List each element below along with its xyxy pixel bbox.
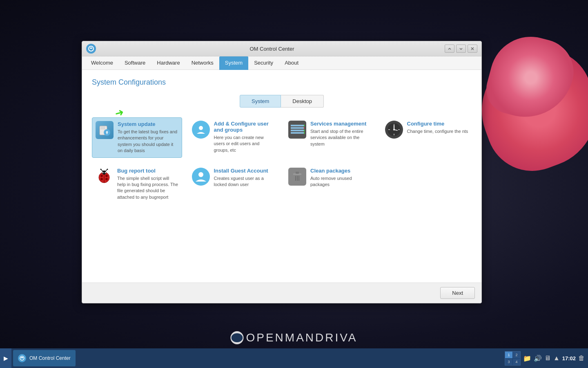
bottom-bar: Next bbox=[82, 283, 481, 303]
page-title: System Configurations bbox=[92, 78, 472, 87]
window-controls bbox=[445, 45, 477, 53]
workspace-4[interactable]: 4 bbox=[513, 359, 520, 365]
svg-point-39 bbox=[102, 172, 104, 173]
taskbar-trash-icon[interactable]: 🗑 bbox=[578, 355, 585, 362]
tab-networks[interactable]: Networks bbox=[186, 56, 219, 70]
list-item[interactable]: Clean packages Auto remove unused packag… bbox=[285, 164, 375, 204]
svg-rect-17 bbox=[304, 132, 305, 134]
tab-software[interactable]: Software bbox=[119, 56, 151, 70]
user-config-text: Add & Configure user and groups Here you… bbox=[214, 121, 276, 153]
guest-account-text: Install Guest Account Creates xguest use… bbox=[214, 168, 276, 188]
svg-rect-13 bbox=[291, 132, 304, 134]
list-item[interactable]: Install Guest Account Creates xguest use… bbox=[189, 164, 279, 204]
taskbar: ▶ OM Control Center 1 2 3 4 📁 🔊 🖥 ▲ 17:0… bbox=[0, 348, 588, 368]
services-desc: Start and stop of the entire services av… bbox=[310, 128, 372, 147]
taskbar-app-icon bbox=[18, 354, 26, 362]
svg-point-30 bbox=[100, 175, 103, 177]
workspace-3[interactable]: 3 bbox=[505, 359, 512, 365]
configure-time-title: Configure time bbox=[407, 121, 469, 127]
main-window: OM Control Center Welcome Software Hardw… bbox=[82, 41, 482, 303]
subtabs-container: System Desktop bbox=[92, 95, 472, 108]
menubar: Welcome Software Hardware Networks Syste… bbox=[82, 56, 481, 70]
network-icon[interactable]: 🖥 bbox=[544, 355, 551, 362]
svg-point-42 bbox=[198, 172, 203, 177]
taskbar-time: 17:02 bbox=[562, 355, 576, 361]
tab-hardware[interactable]: Hardware bbox=[151, 56, 185, 70]
clean-packages-title: Clean packages bbox=[310, 168, 372, 174]
bug-report-title: Bug report tool bbox=[117, 168, 179, 174]
list-item[interactable]: Services management Start and stop of th… bbox=[285, 117, 375, 158]
svg-point-38 bbox=[107, 168, 108, 170]
tab-system[interactable]: System bbox=[219, 56, 248, 70]
svg-point-37 bbox=[100, 168, 102, 170]
subtab-system[interactable]: System bbox=[240, 95, 281, 108]
svg-rect-5 bbox=[100, 128, 105, 129]
services-text: Services management Start and stop of th… bbox=[310, 121, 372, 147]
bug-report-icon bbox=[95, 168, 113, 186]
guest-account-desc: Creates xguest user as a locked down use… bbox=[214, 175, 276, 188]
maximize-button[interactable] bbox=[456, 45, 466, 53]
tab-about[interactable]: About bbox=[279, 56, 304, 70]
files-icon[interactable]: 📁 bbox=[523, 355, 531, 362]
workspace-1[interactable]: 1 bbox=[505, 352, 512, 358]
svg-rect-16 bbox=[304, 130, 305, 131]
svg-rect-10 bbox=[291, 125, 304, 126]
svg-point-33 bbox=[105, 178, 108, 180]
workspace-switcher[interactable]: 1 2 3 4 bbox=[505, 351, 521, 366]
volume-icon[interactable]: 🔊 bbox=[534, 355, 542, 362]
notifications-icon[interactable]: ▲ bbox=[553, 355, 560, 362]
om-logo: OpenMandriva bbox=[230, 331, 357, 344]
guest-account-title: Install Guest Account bbox=[214, 168, 276, 174]
close-button[interactable] bbox=[468, 45, 477, 53]
minimize-button[interactable] bbox=[445, 45, 454, 53]
bug-report-desc: The simple shell script will help in bug… bbox=[117, 175, 179, 201]
svg-point-8 bbox=[199, 126, 203, 130]
services-title: Services management bbox=[310, 121, 372, 127]
user-config-title: Add & Configure user and groups bbox=[214, 121, 276, 133]
system-update-desc: To get the latest bug fixes and enhancem… bbox=[118, 129, 178, 154]
content-area: System Configurations System Desktop ➜ bbox=[82, 70, 481, 283]
svg-rect-12 bbox=[291, 130, 304, 131]
configure-time-desc: Change time, configure the nts bbox=[407, 128, 469, 135]
taskbar-right-section: 1 2 3 4 📁 🔊 🖥 ▲ 17:02 🗑 bbox=[505, 351, 588, 366]
window-title: OM Control Center bbox=[99, 46, 445, 52]
taskbar-show-apps[interactable]: ▶ bbox=[0, 348, 11, 368]
time-icon bbox=[385, 121, 403, 139]
subtab-desktop[interactable]: Desktop bbox=[281, 95, 324, 108]
bug-report-text: Bug report tool The simple shell script … bbox=[117, 168, 179, 201]
svg-rect-4 bbox=[100, 127, 105, 128]
items-grid: ➜ System update To get the latest bug fi… bbox=[92, 117, 472, 204]
list-item[interactable]: Configure time Change time, configure th… bbox=[382, 117, 472, 158]
svg-rect-14 bbox=[304, 125, 305, 126]
svg-point-31 bbox=[105, 175, 108, 177]
svg-rect-45 bbox=[296, 172, 299, 174]
system-update-icon bbox=[96, 121, 114, 139]
workspace-2[interactable]: 2 bbox=[513, 352, 520, 358]
list-item[interactable]: Bug report tool The simple shell script … bbox=[92, 164, 182, 204]
clean-packages-icon bbox=[288, 168, 306, 186]
tab-welcome[interactable]: Welcome bbox=[85, 56, 119, 70]
next-button[interactable]: Next bbox=[440, 287, 475, 299]
clean-packages-text: Clean packages Auto remove unused packag… bbox=[310, 168, 372, 188]
window-titlebar: OM Control Center bbox=[82, 41, 481, 56]
window-app-icon bbox=[86, 44, 96, 54]
services-icon bbox=[288, 121, 306, 139]
tab-security[interactable]: Security bbox=[248, 56, 279, 70]
svg-point-26 bbox=[393, 129, 395, 130]
arrow-indicator: ➜ bbox=[113, 105, 125, 120]
user-config-desc: Here you can create new users or edit us… bbox=[214, 135, 276, 153]
taskbar-app-label: OM Control Center bbox=[29, 355, 71, 361]
system-update-text: System update To get the latest bug fixe… bbox=[118, 121, 178, 154]
user-config-icon bbox=[192, 121, 210, 139]
guest-account-icon bbox=[192, 168, 210, 186]
svg-point-40 bbox=[105, 172, 106, 173]
list-item[interactable]: Add & Configure user and groups Here you… bbox=[189, 117, 279, 158]
list-item[interactable]: ➜ System update To get the latest bug fi… bbox=[92, 117, 182, 158]
configure-time-text: Configure time Change time, configure th… bbox=[407, 121, 469, 135]
svg-rect-15 bbox=[304, 127, 305, 129]
system-update-title: System update bbox=[118, 121, 178, 127]
taskbar-app-item[interactable]: OM Control Center bbox=[13, 350, 76, 366]
svg-rect-11 bbox=[291, 127, 304, 129]
svg-point-32 bbox=[100, 178, 103, 180]
clean-packages-desc: Auto remove unused packages bbox=[310, 175, 372, 188]
